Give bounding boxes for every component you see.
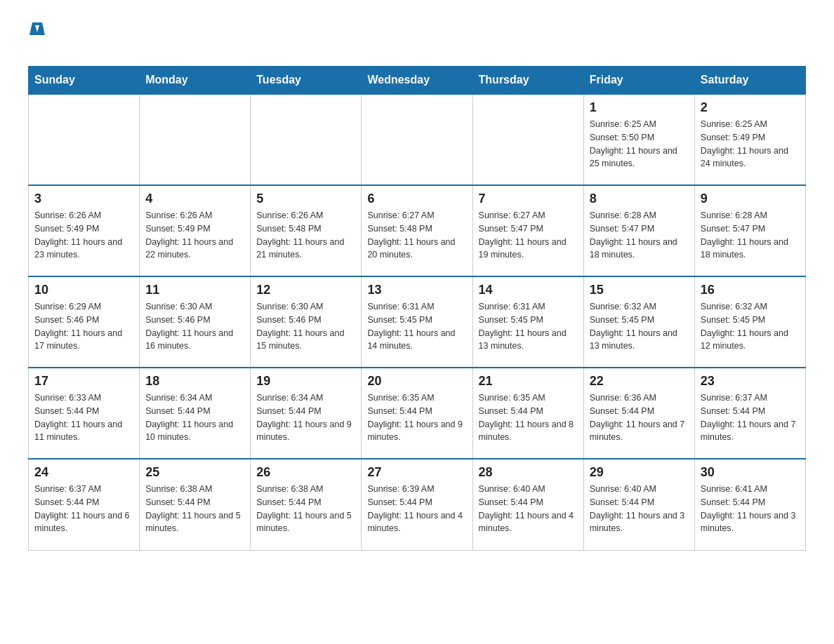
- day-info: Sunrise: 6:33 AM Sunset: 5:44 PM Dayligh…: [34, 391, 133, 444]
- calendar-header-wednesday: Wednesday: [362, 67, 472, 95]
- logo: [28, 21, 45, 52]
- day-number: 28: [479, 465, 578, 480]
- calendar-cell: 12Sunrise: 6:30 AM Sunset: 5:46 PM Dayli…: [251, 276, 362, 368]
- calendar-cell: 22Sunrise: 6:36 AM Sunset: 5:44 PM Dayli…: [583, 368, 694, 459]
- day-info: Sunrise: 6:30 AM Sunset: 5:46 PM Dayligh…: [256, 300, 355, 353]
- calendar-cell: [251, 94, 362, 185]
- calendar-cell: 20Sunrise: 6:35 AM Sunset: 5:44 PM Dayli…: [362, 368, 472, 459]
- day-info: Sunrise: 6:41 AM Sunset: 5:44 PM Dayligh…: [701, 483, 800, 535]
- day-info: Sunrise: 6:35 AM Sunset: 5:44 PM Dayligh…: [367, 391, 466, 444]
- calendar-cell: 19Sunrise: 6:34 AM Sunset: 5:44 PM Dayli…: [251, 368, 362, 459]
- day-number: 13: [367, 283, 466, 297]
- calendar-cell: 7Sunrise: 6:27 AM Sunset: 5:47 PM Daylig…: [472, 185, 583, 276]
- calendar-week-4: 17Sunrise: 6:33 AM Sunset: 5:44 PM Dayli…: [29, 368, 806, 459]
- day-info: Sunrise: 6:28 AM Sunset: 5:47 PM Dayligh…: [701, 209, 800, 262]
- day-number: 22: [590, 374, 689, 389]
- day-number: 3: [34, 192, 133, 206]
- day-info: Sunrise: 6:29 AM Sunset: 5:46 PM Dayligh…: [34, 300, 133, 353]
- day-number: 29: [590, 465, 689, 480]
- calendar-cell: 14Sunrise: 6:31 AM Sunset: 5:45 PM Dayli…: [472, 276, 583, 368]
- calendar-cell: 5Sunrise: 6:26 AM Sunset: 5:48 PM Daylig…: [251, 185, 362, 276]
- day-number: 19: [256, 374, 355, 389]
- day-info: Sunrise: 6:38 AM Sunset: 5:44 PM Dayligh…: [145, 483, 244, 535]
- day-info: Sunrise: 6:40 AM Sunset: 5:44 PM Dayligh…: [479, 483, 578, 535]
- calendar-cell: 13Sunrise: 6:31 AM Sunset: 5:45 PM Dayli…: [362, 276, 472, 368]
- calendar-table: SundayMondayTuesdayWednesdayThursdayFrid…: [28, 66, 806, 551]
- calendar-cell: 25Sunrise: 6:38 AM Sunset: 5:44 PM Dayli…: [140, 459, 251, 550]
- day-info: Sunrise: 6:34 AM Sunset: 5:44 PM Dayligh…: [145, 391, 244, 444]
- calendar-header-row: SundayMondayTuesdayWednesdayThursdayFrid…: [29, 67, 806, 95]
- day-info: Sunrise: 6:39 AM Sunset: 5:44 PM Dayligh…: [367, 483, 466, 535]
- logo-triangle-icon: [29, 22, 45, 35]
- day-info: Sunrise: 6:25 AM Sunset: 5:49 PM Dayligh…: [701, 118, 800, 170]
- calendar-cell: 29Sunrise: 6:40 AM Sunset: 5:44 PM Dayli…: [583, 459, 694, 550]
- calendar-cell: 27Sunrise: 6:39 AM Sunset: 5:44 PM Dayli…: [362, 459, 472, 550]
- calendar-cell: 24Sunrise: 6:37 AM Sunset: 5:44 PM Dayli…: [29, 459, 140, 550]
- calendar-cell: 17Sunrise: 6:33 AM Sunset: 5:44 PM Dayli…: [29, 368, 140, 459]
- day-number: 17: [34, 374, 133, 389]
- day-info: Sunrise: 6:38 AM Sunset: 5:44 PM Dayligh…: [256, 483, 355, 535]
- day-number: 9: [701, 192, 800, 206]
- calendar-cell: [472, 94, 583, 185]
- calendar-cell: 15Sunrise: 6:32 AM Sunset: 5:45 PM Dayli…: [583, 276, 694, 368]
- calendar-cell: 26Sunrise: 6:38 AM Sunset: 5:44 PM Dayli…: [251, 459, 362, 550]
- calendar-header-sunday: Sunday: [29, 67, 140, 95]
- calendar-header-monday: Monday: [140, 67, 251, 95]
- day-number: 26: [256, 465, 355, 480]
- day-info: Sunrise: 6:31 AM Sunset: 5:45 PM Dayligh…: [367, 300, 466, 353]
- day-number: 10: [34, 283, 133, 297]
- day-number: 4: [145, 192, 244, 206]
- day-number: 25: [145, 465, 244, 480]
- day-info: Sunrise: 6:40 AM Sunset: 5:44 PM Dayligh…: [590, 483, 689, 535]
- calendar-week-2: 3Sunrise: 6:26 AM Sunset: 5:49 PM Daylig…: [29, 185, 806, 276]
- calendar-cell: 18Sunrise: 6:34 AM Sunset: 5:44 PM Dayli…: [140, 368, 251, 459]
- calendar-cell: [362, 94, 472, 185]
- calendar-cell: 28Sunrise: 6:40 AM Sunset: 5:44 PM Dayli…: [472, 459, 583, 550]
- calendar-week-3: 10Sunrise: 6:29 AM Sunset: 5:46 PM Dayli…: [29, 276, 806, 368]
- calendar-header-thursday: Thursday: [472, 67, 583, 95]
- calendar-cell: [29, 94, 140, 185]
- calendar-cell: 10Sunrise: 6:29 AM Sunset: 5:46 PM Dayli…: [29, 276, 140, 368]
- calendar-week-5: 24Sunrise: 6:37 AM Sunset: 5:44 PM Dayli…: [29, 459, 806, 550]
- day-info: Sunrise: 6:27 AM Sunset: 5:47 PM Dayligh…: [479, 209, 578, 262]
- day-number: 12: [256, 283, 355, 297]
- day-number: 23: [701, 374, 800, 389]
- day-number: 14: [479, 283, 578, 297]
- day-number: 21: [479, 374, 578, 389]
- day-info: Sunrise: 6:27 AM Sunset: 5:48 PM Dayligh…: [367, 209, 466, 262]
- day-info: Sunrise: 6:31 AM Sunset: 5:45 PM Dayligh…: [479, 300, 578, 353]
- calendar-header-tuesday: Tuesday: [251, 67, 362, 95]
- calendar-cell: 11Sunrise: 6:30 AM Sunset: 5:46 PM Dayli…: [140, 276, 251, 368]
- day-number: 11: [145, 283, 244, 297]
- day-number: 16: [701, 283, 800, 297]
- day-number: 5: [256, 192, 355, 206]
- day-number: 7: [479, 192, 578, 206]
- day-info: Sunrise: 6:30 AM Sunset: 5:46 PM Dayligh…: [145, 300, 244, 353]
- day-info: Sunrise: 6:26 AM Sunset: 5:48 PM Dayligh…: [256, 209, 355, 262]
- calendar-week-1: 1Sunrise: 6:25 AM Sunset: 5:50 PM Daylig…: [29, 94, 806, 185]
- day-number: 6: [367, 192, 466, 206]
- calendar-cell: 21Sunrise: 6:35 AM Sunset: 5:44 PM Dayli…: [472, 368, 583, 459]
- calendar-cell: 2Sunrise: 6:25 AM Sunset: 5:49 PM Daylig…: [694, 94, 805, 185]
- day-info: Sunrise: 6:32 AM Sunset: 5:45 PM Dayligh…: [701, 300, 800, 353]
- day-number: 2: [701, 100, 800, 115]
- calendar-cell: 6Sunrise: 6:27 AM Sunset: 5:48 PM Daylig…: [362, 185, 472, 276]
- day-info: Sunrise: 6:34 AM Sunset: 5:44 PM Dayligh…: [256, 391, 355, 444]
- day-info: Sunrise: 6:37 AM Sunset: 5:44 PM Dayligh…: [34, 483, 133, 535]
- day-number: 15: [590, 283, 689, 297]
- day-info: Sunrise: 6:32 AM Sunset: 5:45 PM Dayligh…: [590, 300, 689, 353]
- calendar-cell: 30Sunrise: 6:41 AM Sunset: 5:44 PM Dayli…: [694, 459, 805, 550]
- day-info: Sunrise: 6:36 AM Sunset: 5:44 PM Dayligh…: [590, 391, 689, 444]
- calendar-cell: [140, 94, 251, 185]
- day-number: 30: [701, 465, 800, 480]
- calendar-cell: 23Sunrise: 6:37 AM Sunset: 5:44 PM Dayli…: [694, 368, 805, 459]
- page-header: [28, 21, 806, 52]
- day-number: 27: [367, 465, 466, 480]
- calendar-cell: 3Sunrise: 6:26 AM Sunset: 5:49 PM Daylig…: [29, 185, 140, 276]
- day-number: 8: [590, 192, 689, 206]
- day-info: Sunrise: 6:37 AM Sunset: 5:44 PM Dayligh…: [701, 391, 800, 444]
- calendar-cell: 9Sunrise: 6:28 AM Sunset: 5:47 PM Daylig…: [694, 185, 805, 276]
- day-number: 1: [590, 100, 689, 115]
- day-number: 20: [367, 374, 466, 389]
- calendar-cell: 4Sunrise: 6:26 AM Sunset: 5:49 PM Daylig…: [140, 185, 251, 276]
